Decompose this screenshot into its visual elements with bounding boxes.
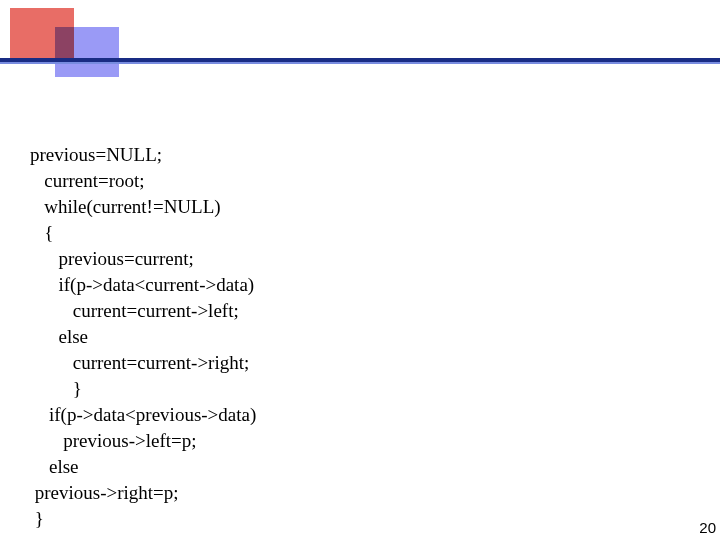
slide: previous=NULL; current=root; while(curre… — [0, 0, 720, 540]
code-line: if(p->data<previous->data) — [30, 402, 700, 428]
code-line: } — [30, 506, 700, 532]
page-number: 20 — [699, 519, 716, 536]
code-line: else — [30, 324, 700, 350]
code-line: { — [30, 220, 700, 246]
code-line: previous->left=p; — [30, 428, 700, 454]
code-block: previous=NULL; current=root; while(curre… — [30, 142, 700, 532]
code-line: previous=current; — [30, 246, 700, 272]
code-line: while(current!=NULL) — [30, 194, 700, 220]
code-line: current=root; — [30, 168, 700, 194]
code-line: } — [30, 376, 700, 402]
code-line: else — [30, 454, 700, 480]
code-line: previous->right=p; — [30, 480, 700, 506]
deco-rule-thin — [0, 62, 720, 64]
code-line: current=current->right; — [30, 350, 700, 376]
header-decoration — [0, 0, 720, 95]
code-line: current=current->left; — [30, 298, 700, 324]
deco-red-square — [10, 8, 74, 58]
code-line: previous=NULL; — [30, 142, 700, 168]
code-line: if(p->data<current->data) — [30, 272, 700, 298]
